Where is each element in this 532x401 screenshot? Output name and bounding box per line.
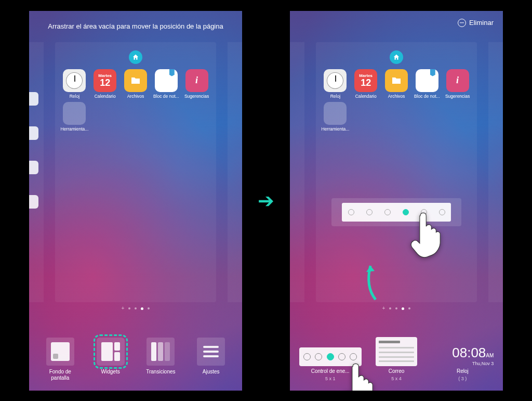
page-indicator: + bbox=[290, 307, 503, 310]
clock-icon bbox=[324, 69, 347, 92]
app-sugerencias[interactable]: i Sugerencias bbox=[182, 69, 211, 99]
widget-carousel[interactable]: Control de ene... 5 x 1 Correo 5 x 4 08:… bbox=[290, 337, 503, 381]
app-calendario[interactable]: Martes 12 Calendario bbox=[91, 69, 119, 99]
settings-icon bbox=[203, 346, 219, 357]
mail-widget-preview bbox=[376, 337, 417, 366]
files-icon bbox=[385, 69, 408, 92]
transitions-icon bbox=[151, 342, 170, 361]
phone-left-edit-mode: Arrastrar el área vacía para mover la po… bbox=[29, 11, 242, 391]
app-herramientas-folder[interactable]: Herramienta... bbox=[321, 102, 350, 132]
instruction-text: Arrastrar el área vacía para mover la po… bbox=[29, 22, 242, 30]
option-wallpaper[interactable]: Fondo de pantalla bbox=[41, 338, 79, 381]
page-indicator: + bbox=[29, 307, 242, 310]
next-page-peek[interactable] bbox=[228, 42, 242, 302]
tips-icon: i bbox=[446, 69, 469, 92]
touch-hand-drop-icon bbox=[407, 211, 443, 258]
option-transitions[interactable]: Transiciones bbox=[141, 338, 180, 381]
delete-button[interactable]: Eliminar bbox=[458, 19, 494, 27]
clock-widget-preview: 08:08AM Thu,Nov 3 bbox=[431, 345, 494, 366]
notes-icon bbox=[155, 69, 178, 92]
app-sugerencias[interactable]: i Sugerencias bbox=[443, 69, 472, 99]
wallpaper-icon bbox=[51, 342, 70, 361]
app-notas[interactable]: Bloc de not... bbox=[152, 69, 180, 99]
next-page-peek[interactable] bbox=[488, 42, 503, 302]
app-notas[interactable]: Bloc de not... bbox=[413, 69, 441, 99]
delete-icon bbox=[458, 19, 466, 27]
home-indicator-icon bbox=[390, 50, 403, 64]
option-settings[interactable]: Ajustes bbox=[192, 338, 230, 381]
tips-icon: i bbox=[185, 69, 208, 92]
touch-hand-pick-icon bbox=[339, 362, 376, 391]
files-icon bbox=[124, 69, 147, 92]
calendar-icon: Martes 12 bbox=[94, 69, 116, 92]
app-reloj[interactable]: Reloj bbox=[321, 69, 350, 99]
phone-right-widget-select: Eliminar Reloj Martes 12 Calendario bbox=[290, 11, 503, 391]
prev-page-peek[interactable] bbox=[29, 42, 44, 302]
calendar-icon: Martes 12 bbox=[354, 69, 377, 92]
notes-icon bbox=[416, 69, 438, 92]
home-page-preview[interactable]: Reloj Martes 12 Calendario Archivos Bloc… bbox=[316, 42, 477, 302]
prev-page-peek[interactable] bbox=[290, 42, 304, 302]
option-widgets[interactable]: Widgets bbox=[91, 338, 130, 381]
app-archivos[interactable]: Archivos bbox=[382, 69, 411, 99]
folder-icon bbox=[324, 102, 347, 125]
transition-arrow-icon: ➔ bbox=[258, 189, 274, 212]
widgets-icon bbox=[101, 342, 120, 361]
app-reloj[interactable]: Reloj bbox=[60, 69, 89, 99]
edit-options-bar: Fondo de pantalla Widgets Transiciones A… bbox=[29, 338, 242, 381]
widget-clock[interactable]: 08:08AM Thu,Nov 3 Reloj ( 3 ) bbox=[431, 345, 494, 381]
app-archivos[interactable]: Archivos bbox=[122, 69, 150, 99]
home-page-preview[interactable]: Reloj Martes 12 Calendario Archivos Bloc… bbox=[55, 42, 216, 302]
drag-arrow-icon bbox=[357, 261, 383, 302]
app-calendario[interactable]: Martes 12 Calendario bbox=[352, 69, 380, 99]
home-indicator-icon bbox=[129, 50, 142, 64]
widgets-option-highlight bbox=[97, 338, 125, 366]
clock-icon bbox=[63, 69, 86, 92]
folder-icon bbox=[63, 102, 86, 125]
app-herramientas-folder[interactable]: Herramienta... bbox=[60, 102, 89, 132]
